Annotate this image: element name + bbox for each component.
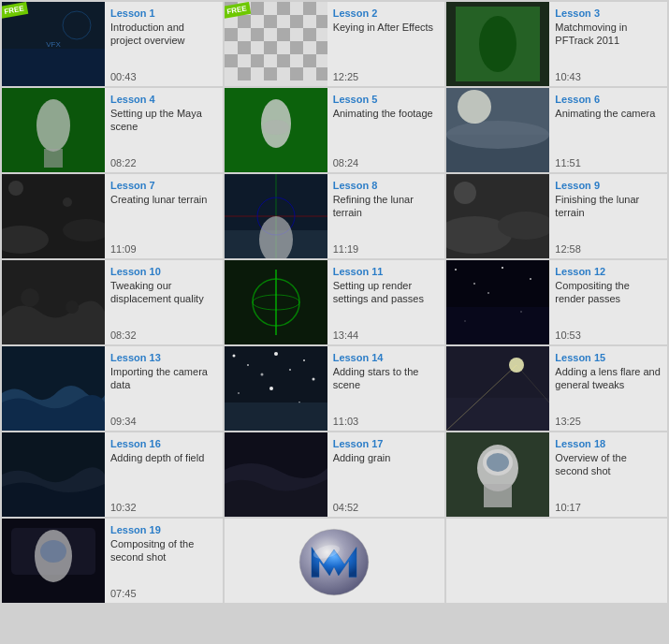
lesson-card-8[interactable]: Lesson 8 Refining the lunar terrain 11:1… (225, 174, 445, 258)
lesson-card-19[interactable]: Lesson 19 Compositng of the second shot … (2, 519, 223, 603)
thumb-visual (225, 88, 327, 172)
lesson-card-14[interactable]: Lesson 14 Adding stars to the scene 11:0… (225, 346, 445, 431)
lesson-thumbnail (2, 174, 105, 258)
thumb-visual (446, 174, 549, 258)
lesson-thumbnail (225, 432, 327, 517)
lesson-thumbnail (446, 2, 549, 86)
svg-rect-12 (316, 15, 327, 28)
svg-rect-25 (238, 67, 251, 80)
svg-rect-1 (2, 49, 105, 86)
lesson-number: Lesson 5 (333, 94, 440, 105)
svg-point-47 (8, 181, 23, 196)
svg-point-60 (21, 288, 39, 307)
svg-point-34 (36, 99, 70, 152)
lesson-info: Lesson 9 Finishing the lunar terrain 12:… (549, 174, 667, 258)
lesson-card-3[interactable]: Lesson 3 Matchmoving in PFTrack 2011 10:… (446, 2, 667, 86)
lesson-duration: 10:43 (555, 71, 662, 82)
thumb-visual (2, 432, 105, 517)
lesson-card-6[interactable]: Lesson 6 Animating the camera 11:51 (446, 88, 667, 172)
thumb-visual (2, 519, 105, 603)
lesson-title: Compositng of the second shot (110, 537, 217, 564)
lesson-number: Lesson 8 (333, 180, 440, 191)
svg-point-78 (247, 364, 249, 366)
svg-rect-87 (225, 402, 327, 431)
lesson-card-7[interactable]: Lesson 7 Creating lunar terrain 11:09 (2, 174, 223, 258)
lesson-card-13[interactable]: Lesson 13 Importing the camera data 09:3… (2, 346, 223, 431)
empty-cell (446, 519, 667, 603)
svg-point-81 (260, 373, 263, 376)
lesson-duration: 11:03 (333, 416, 440, 427)
lesson-duration: 07:45 (110, 588, 217, 599)
lesson-thumbnail (225, 174, 327, 258)
svg-rect-16 (303, 28, 316, 41)
lesson-duration: 11:09 (110, 243, 217, 255)
thumb-visual (2, 260, 105, 344)
lesson-thumbnail (2, 519, 105, 603)
lesson-title: Matchmoving in PFTrack 2011 (555, 21, 662, 48)
m-logo (297, 523, 371, 598)
lesson-duration: 10:53 (555, 329, 662, 341)
lesson-info: Lesson 17 Adding grain 04:52 (327, 432, 445, 517)
lesson-info: Lesson 7 Creating lunar terrain 11:09 (105, 174, 223, 258)
svg-rect-20 (316, 41, 327, 54)
lesson-number: Lesson 14 (333, 352, 440, 363)
lesson-info: Lesson 16 Adding depth of field 10:32 (105, 432, 223, 517)
svg-rect-26 (264, 67, 277, 80)
thumb-visual (446, 432, 549, 517)
svg-point-98 (487, 453, 509, 472)
lesson-number: Lesson 15 (555, 352, 662, 363)
lesson-duration: 00:43 (110, 71, 217, 82)
thumb-visual (2, 346, 105, 431)
thumb-visual (225, 260, 327, 344)
lesson-title: Setting up the Maya scene (110, 107, 217, 134)
lesson-info: Lesson 19 Compositng of the second shot … (105, 519, 223, 603)
lesson-info: Lesson 1 Introduction and project overvi… (105, 2, 223, 86)
lesson-number: Lesson 12 (555, 266, 662, 277)
svg-text:VFX: VFX (46, 40, 61, 49)
lesson-number: Lesson 10 (110, 266, 217, 277)
lesson-card-4[interactable]: Lesson 4 Setting up the Maya scene 08:22 (2, 88, 223, 172)
svg-rect-18 (264, 41, 277, 54)
svg-rect-27 (290, 67, 303, 80)
lesson-card-9[interactable]: Lesson 9 Finishing the lunar terrain 12:… (446, 174, 667, 258)
lesson-title: Compositing the render passes (555, 279, 662, 306)
lesson-title: Adding stars to the scene (333, 365, 440, 392)
lesson-info: Lesson 12 Compositing the render passes … (549, 260, 667, 344)
lesson-title: Tweaking our displacement quality (110, 279, 217, 306)
svg-rect-15 (277, 28, 290, 41)
lesson-info: Lesson 6 Animating the camera 11:51 (549, 88, 667, 172)
thumb-visual (225, 432, 327, 517)
lesson-card-18[interactable]: Lesson 18 Overview of the second shot 10… (446, 432, 667, 517)
lesson-card-10[interactable]: Lesson 10 Tweaking our displacement qual… (2, 260, 223, 344)
thumb-visual (446, 88, 549, 172)
lesson-card-17[interactable]: Lesson 17 Adding grain 04:52 (225, 432, 445, 517)
svg-point-79 (274, 352, 278, 356)
lesson-thumbnail (225, 260, 327, 344)
lesson-duration: 13:25 (555, 416, 662, 427)
svg-rect-74 (446, 307, 549, 344)
lesson-card-2[interactable]: FREE Lesson 2 Keying in After Effects 12 (225, 2, 445, 86)
lesson-thumbnail (2, 88, 105, 172)
lesson-card-11[interactable]: Lesson 11 Setting up render settings and… (225, 260, 445, 344)
svg-point-84 (238, 392, 240, 394)
lesson-number: Lesson 1 (110, 7, 217, 19)
svg-point-85 (269, 387, 273, 390)
lesson-duration: 10:17 (555, 502, 662, 513)
lesson-card-1[interactable]: FREE VFX Lesson 1 Introduction and proje… (2, 2, 223, 86)
lesson-card-15[interactable]: Lesson 15 Adding a lens flare and genera… (446, 346, 667, 431)
lesson-duration: 11:19 (333, 243, 440, 255)
lesson-duration: 09:34 (110, 416, 217, 427)
svg-rect-19 (290, 41, 303, 54)
svg-point-69 (502, 267, 503, 269)
svg-point-31 (479, 16, 516, 72)
lesson-info: Lesson 5 Animating the footage 08:24 (327, 88, 445, 172)
lesson-thumbnail: FREE (225, 2, 327, 86)
svg-rect-22 (251, 54, 264, 67)
lesson-info: Lesson 11 Setting up render settings and… (327, 260, 445, 344)
thumb-visual (225, 346, 327, 431)
lesson-card-5[interactable]: Lesson 5 Animating the footage 08:24 (225, 88, 445, 172)
lesson-card-16[interactable]: Lesson 16 Adding depth of field 10:32 (2, 432, 223, 517)
lesson-number: Lesson 19 (110, 524, 217, 535)
lesson-card-12[interactable]: Lesson 12 Compositing the render passes … (446, 260, 667, 344)
lesson-title: Adding grain (333, 451, 440, 464)
